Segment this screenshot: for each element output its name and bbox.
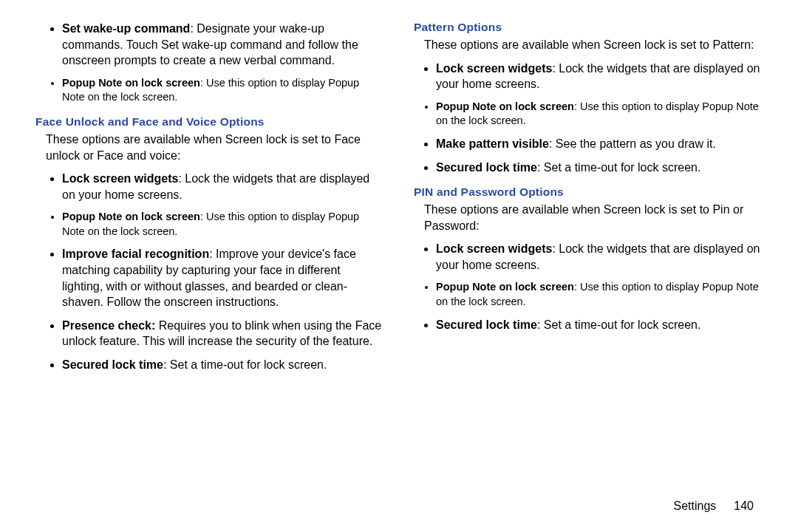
list-item: Popup Note on lock screen: Use this opti… xyxy=(436,280,763,309)
list-item: Popup Note on lock screen: Use this opti… xyxy=(436,100,763,129)
bullet-bold: Secured lock time xyxy=(436,161,537,174)
bullet-bold: Make pattern visible xyxy=(436,137,549,150)
columns: Set wake-up command: Designate your wake… xyxy=(35,21,763,381)
section-title-pin-password: PIN and Password Options xyxy=(414,185,763,199)
list-item: Make pattern visible: See the pattern as… xyxy=(436,136,763,152)
list-item: Improve facial recognition: Improve your… xyxy=(62,246,384,310)
bullet-bold: Secured lock time xyxy=(436,318,537,331)
list-item: Secured lock time: Set a time-out for lo… xyxy=(436,317,763,333)
list-item: Secured lock time: Set a time-out for lo… xyxy=(62,357,384,373)
section-intro: These options are available when Screen … xyxy=(46,132,384,163)
section-intro: These options are available when Screen … xyxy=(424,202,763,233)
bullet-bold: Lock screen widgets xyxy=(62,172,178,185)
bullet-bold: Presence check: xyxy=(62,319,155,332)
list-item: Lock screen widgets: Lock the widgets th… xyxy=(62,171,384,202)
bullet-bold: Popup Note on lock screen xyxy=(62,77,200,89)
bullet-bold: Popup Note on lock screen xyxy=(436,100,574,112)
face-unlock-bullet-list: Lock screen widgets: Lock the widgets th… xyxy=(35,171,384,372)
bullet-bold: Popup Note on lock screen xyxy=(62,211,200,222)
list-item: Presence check: Requires you to blink wh… xyxy=(62,318,384,349)
section-title-pattern: Pattern Options xyxy=(414,21,763,34)
page: Set wake-up command: Designate your wake… xyxy=(0,0,798,532)
section-title-face-unlock: Face Unlock and Face and Voice Options xyxy=(35,115,384,129)
column-right: Pattern Options These options are availa… xyxy=(414,21,763,381)
bullet-bold: Secured lock time xyxy=(62,358,163,371)
bullet-text: : Set a time-out for lock screen. xyxy=(537,318,700,331)
bullet-bold: Lock screen widgets xyxy=(436,62,552,75)
list-item: Secured lock time: Set a time-out for lo… xyxy=(436,160,763,176)
bullet-text: : See the pattern as you draw it. xyxy=(549,137,716,150)
pin-password-bullet-list: Lock screen widgets: Lock the widgets th… xyxy=(414,241,763,332)
bullet-text: : Set a time-out for lock screen. xyxy=(163,358,327,371)
bullet-bold: Set wake-up command xyxy=(62,22,190,35)
pattern-bullet-list: Lock screen widgets: Lock the widgets th… xyxy=(414,61,763,176)
list-item: Popup Note on lock screen: Use this opti… xyxy=(62,76,384,105)
list-item: Set wake-up command: Designate your wake… xyxy=(62,21,384,69)
footer-page-number: 140 xyxy=(734,499,754,512)
list-item: Lock screen widgets: Lock the widgets th… xyxy=(436,241,763,273)
section-intro: These options are available when Screen … xyxy=(424,37,763,53)
page-footer: Settings140 xyxy=(673,499,754,513)
bullet-bold: Lock screen widgets xyxy=(436,242,552,255)
bullet-text: : Set a time-out for lock screen. xyxy=(537,161,700,174)
list-item: Popup Note on lock screen: Use this opti… xyxy=(62,210,384,239)
list-item: Lock screen widgets: Lock the widgets th… xyxy=(436,61,763,92)
bullet-bold: Popup Note on lock screen xyxy=(436,281,574,293)
bullet-bold: Improve facial recognition xyxy=(62,248,209,260)
column-left: Set wake-up command: Designate your wake… xyxy=(35,21,384,381)
footer-label: Settings xyxy=(673,499,716,512)
top-bullet-list: Set wake-up command: Designate your wake… xyxy=(35,21,384,105)
